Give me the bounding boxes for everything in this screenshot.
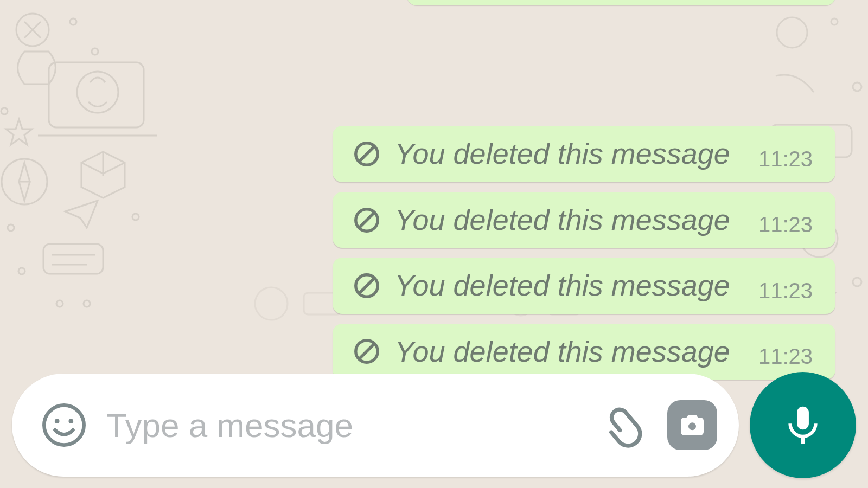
- deleted-message-text: You deleted this message: [394, 204, 730, 236]
- message-timestamp: 11:23: [758, 147, 813, 171]
- svg-line-32: [360, 147, 374, 162]
- message-input[interactable]: [105, 406, 585, 445]
- deleted-message-text: You deleted this message: [394, 269, 730, 301]
- message-bubble-cutoff: [407, 0, 835, 5]
- svg-line-34: [360, 213, 374, 227]
- message-bubble[interactable]: You deleted this message 11:23: [333, 192, 835, 248]
- svg-point-40: [55, 419, 60, 423]
- prohibit-icon: [352, 206, 381, 235]
- emoji-icon[interactable]: [40, 401, 88, 449]
- svg-line-38: [360, 344, 374, 359]
- message-timestamp: 11:23: [758, 279, 813, 303]
- svg-point-39: [44, 405, 84, 445]
- prohibit-icon: [352, 271, 381, 300]
- deleted-message-text: You deleted this message: [394, 138, 730, 170]
- message-bubble[interactable]: You deleted this message 11:23: [333, 258, 835, 313]
- svg-point-41: [68, 419, 73, 423]
- composer-bar: [12, 372, 856, 478]
- deleted-message-text: You deleted this message: [394, 336, 730, 368]
- prohibit-icon: [352, 139, 381, 169]
- message-timestamp: 11:23: [758, 213, 813, 237]
- camera-icon[interactable]: [667, 400, 717, 450]
- message-list: You deleted this message 11:23 You delet…: [0, 126, 868, 396]
- message-bubble[interactable]: You deleted this message 11:23: [333, 126, 835, 182]
- prohibit-icon: [352, 337, 381, 366]
- mic-button[interactable]: [750, 372, 856, 478]
- svg-line-36: [360, 278, 374, 293]
- message-timestamp: 11:23: [758, 344, 813, 369]
- message-bubble[interactable]: You deleted this message 11:23: [333, 324, 835, 380]
- message-input-container: [12, 374, 739, 477]
- svg-point-43: [687, 421, 698, 432]
- attach-icon[interactable]: [602, 401, 650, 449]
